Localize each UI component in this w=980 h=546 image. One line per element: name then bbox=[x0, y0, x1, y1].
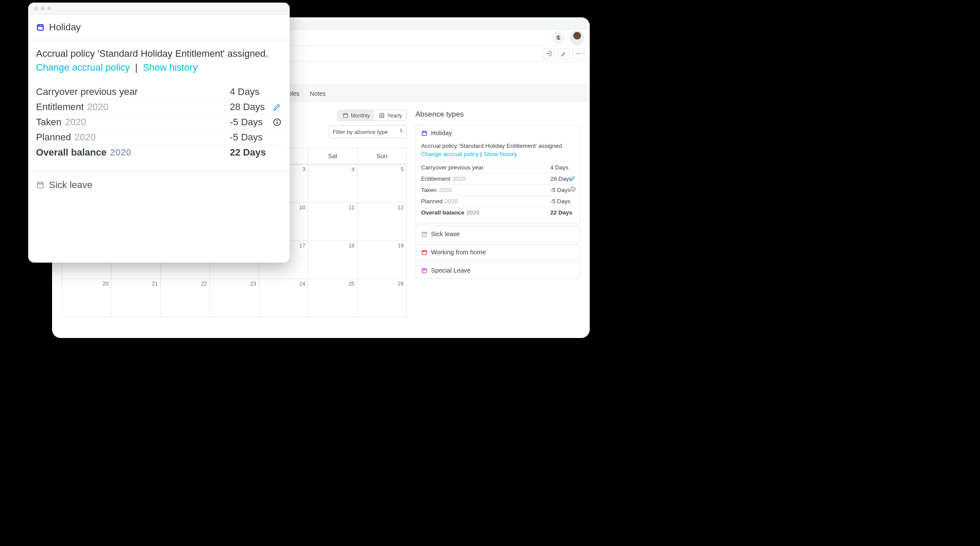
absence-card-wfh[interactable]: Working from home bbox=[415, 244, 580, 260]
stat-label: Taken bbox=[421, 187, 437, 193]
edit-entitlement-button[interactable] bbox=[272, 102, 282, 114]
stat-year: 2020 bbox=[445, 198, 458, 205]
calendar-sick-icon bbox=[421, 231, 428, 237]
more-button[interactable] bbox=[572, 48, 585, 59]
calendar-cell[interactable]: 21 bbox=[111, 279, 160, 317]
toggle-yearly-label: Yearly bbox=[387, 113, 402, 119]
stat-year: 2020 bbox=[110, 147, 131, 158]
toggle-monthly[interactable]: Monthly bbox=[338, 110, 374, 120]
absence-card-special[interactable]: Special Leave bbox=[415, 262, 580, 279]
calendar-cell[interactable]: 22 bbox=[160, 279, 209, 317]
traffic-close-icon[interactable] bbox=[34, 6, 38, 10]
stat-value: 4 Days bbox=[230, 86, 282, 98]
calendar-cell[interactable]: 24 bbox=[259, 279, 308, 317]
stat-row: Overall balance2020 22 Days bbox=[421, 207, 575, 218]
show-history-link[interactable]: Show history bbox=[143, 62, 197, 73]
absence-card-holiday-head[interactable]: Holiday bbox=[416, 125, 580, 141]
toggle-yearly[interactable]: Yearly bbox=[374, 110, 406, 120]
absence-card-holiday: Holiday Accrual policy 'Standard Holiday… bbox=[415, 125, 580, 224]
svg-rect-10 bbox=[422, 269, 427, 273]
calendar-cell[interactable]: 12 bbox=[357, 202, 406, 240]
stat-value: -5 Days bbox=[230, 132, 282, 143]
stat-row: Carryover previous year 4 Days bbox=[36, 84, 282, 100]
stat-year: 2020 bbox=[439, 187, 452, 193]
calendar-sick-icon bbox=[36, 181, 45, 189]
stat-row: Taken2020 -5 Days bbox=[421, 185, 575, 196]
stat-value: -5 Days bbox=[550, 198, 575, 205]
stat-label: Planned bbox=[421, 198, 443, 205]
stat-value: 22 Days bbox=[550, 209, 575, 216]
absence-types-title: Absence types bbox=[415, 110, 580, 119]
taken-info-button[interactable] bbox=[570, 186, 576, 192]
stat-row: Planned2020 -5 Days bbox=[421, 196, 575, 207]
absence-type-select[interactable]: Filter by absence type bbox=[329, 125, 407, 138]
panel-sick-row[interactable]: Sick leave bbox=[28, 172, 290, 198]
panel-header: Holiday bbox=[28, 15, 290, 40]
svg-rect-9 bbox=[422, 250, 427, 254]
absence-card-sick-label: Sick leave bbox=[431, 231, 460, 237]
policy-assigned-text: Accrual policy 'Standard Holiday Entitle… bbox=[421, 143, 575, 149]
svg-point-2 bbox=[580, 53, 581, 54]
policy-assigned-text: Accrual policy 'Standard Holiday Entitle… bbox=[36, 48, 282, 59]
calendar-cell[interactable]: 25 bbox=[308, 279, 357, 317]
stat-year: 2020 bbox=[65, 117, 86, 128]
tab-notes[interactable]: Notes bbox=[310, 90, 326, 97]
calendar-holiday-icon bbox=[36, 23, 45, 32]
holiday-stats: Carryover previous year 4 Days Entitleme… bbox=[36, 84, 282, 160]
calendar-holiday-icon bbox=[421, 130, 428, 136]
stat-label: Entitlement bbox=[421, 176, 451, 182]
login-as-button[interactable] bbox=[543, 48, 555, 59]
edit-entitlement-button[interactable] bbox=[570, 175, 576, 182]
calendar-cell[interactable]: 20 bbox=[62, 279, 111, 317]
show-history-link[interactable]: Show history bbox=[483, 151, 517, 157]
absence-card-special-label: Special Leave bbox=[431, 267, 470, 274]
link-separator: | bbox=[135, 62, 138, 73]
stat-label: Overall balance bbox=[421, 209, 464, 216]
panel-title: Holiday bbox=[49, 22, 81, 33]
key-button[interactable] bbox=[558, 48, 570, 59]
stat-year: 2020 bbox=[75, 132, 96, 143]
toggle-monthly-label: Monthly bbox=[351, 113, 370, 119]
calendar-cell[interactable]: 11 bbox=[308, 202, 357, 240]
stat-label: Carryover previous year bbox=[421, 164, 483, 171]
svg-point-0 bbox=[576, 53, 577, 54]
traffic-min-icon[interactable] bbox=[41, 6, 45, 10]
holiday-detail-panel: Holiday Accrual policy 'Standard Holiday… bbox=[28, 3, 290, 263]
absence-card-holiday-label: Holiday bbox=[431, 130, 452, 136]
absence-card-wfh-label: Working from home bbox=[431, 249, 486, 256]
taken-info-button[interactable] bbox=[272, 117, 282, 130]
directions-button[interactable] bbox=[552, 31, 565, 44]
traffic-max-icon[interactable] bbox=[47, 6, 51, 10]
calendar-cell[interactable]: 18 bbox=[308, 240, 357, 279]
absence-type-filter[interactable]: Filter by absence type bbox=[329, 125, 407, 138]
change-accrual-policy-link[interactable]: Change accrual policy bbox=[36, 62, 130, 73]
change-accrual-policy-link[interactable]: Change accrual policy bbox=[421, 151, 479, 157]
stat-row: Entitlement2020 28 Days bbox=[36, 100, 282, 115]
svg-point-1 bbox=[578, 53, 579, 54]
absence-card-sick[interactable]: Sick leave bbox=[415, 226, 580, 242]
grid-icon bbox=[379, 112, 385, 119]
stat-label: Planned bbox=[36, 132, 71, 143]
calendar-wfh-icon bbox=[421, 249, 428, 256]
avatar[interactable] bbox=[570, 30, 585, 45]
svg-rect-4 bbox=[379, 114, 384, 118]
calendar-cell[interactable]: 23 bbox=[209, 279, 258, 317]
calendar-cell[interactable]: 5 bbox=[357, 164, 406, 202]
calendar-cell[interactable]: 26 bbox=[357, 279, 406, 317]
svg-point-7 bbox=[573, 188, 574, 189]
policy-links: Change accrual policy | Show history bbox=[36, 62, 282, 73]
calendar-cell[interactable]: 19 bbox=[357, 240, 406, 279]
cal-day-head: Sun bbox=[357, 148, 406, 164]
panel-sick-label: Sick leave bbox=[49, 179, 92, 191]
stat-value: 4 Days bbox=[550, 164, 575, 171]
calendar-special-icon bbox=[421, 267, 428, 274]
stat-label: Taken bbox=[36, 117, 62, 128]
stat-row: Taken2020 -5 Days bbox=[36, 115, 282, 130]
panel-titlebar bbox=[28, 3, 290, 15]
stat-label: Overall balance bbox=[36, 147, 107, 158]
svg-rect-3 bbox=[343, 114, 347, 117]
link-separator: | bbox=[480, 151, 482, 157]
stat-label: Entitlement bbox=[36, 101, 84, 113]
calendar-cell[interactable]: 4 bbox=[308, 164, 357, 202]
calendar-icon bbox=[342, 112, 349, 119]
